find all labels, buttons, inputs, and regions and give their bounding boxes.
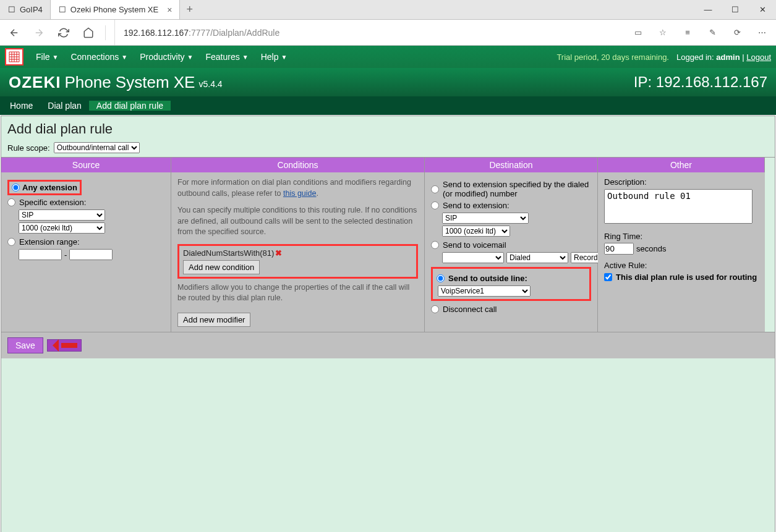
add-condition-button[interactable]: Add new condition xyxy=(183,260,260,274)
condition-highlight: DialedNumStartsWith(81)✖ Add new conditi… xyxy=(177,244,418,279)
ip-address: IP: 192.168.112.167 xyxy=(634,74,767,91)
menu-connections[interactable]: Connections▼ xyxy=(64,52,134,62)
specific-extension-label[interactable]: Specific extension: xyxy=(19,198,86,207)
dest-opt4-label[interactable]: Send to outside line: xyxy=(448,274,527,283)
dest-ext-select[interactable]: 1000 (ozeki ltd) xyxy=(442,226,510,237)
address-bar[interactable]: 192.168.112.167:7777/Dialplan/AddRule xyxy=(114,20,621,45)
new-tab-button[interactable]: + xyxy=(180,3,199,16)
caret-icon: ▼ xyxy=(187,54,194,61)
minimize-button[interactable]: — xyxy=(694,0,722,20)
breadcrumb: Home Dial plan Add dial plan rule xyxy=(0,96,776,115)
tab-label: GoIP4 xyxy=(20,5,43,14)
guide-link[interactable]: this guide xyxy=(283,189,317,198)
addr-path: /Dialplan/AddRule xyxy=(210,28,279,38)
scope-select[interactable]: Outbound/internal call xyxy=(54,142,140,153)
radio-any-extension[interactable] xyxy=(12,184,20,192)
page-footer-space xyxy=(1,358,775,533)
dest-opt1-label[interactable]: Send to extension specified by the diale… xyxy=(443,180,591,198)
radio-dest-dialed[interactable] xyxy=(431,185,439,193)
range-dash: - xyxy=(64,250,67,260)
description-input[interactable] xyxy=(604,189,753,224)
conditions-info3: Modifiers allow you to change the proper… xyxy=(177,282,418,304)
source-ext-select[interactable]: 1000 (ozeki ltd) xyxy=(19,222,105,234)
brand-ozeki: OZEKI xyxy=(9,73,61,92)
source-sip-select[interactable]: SIP xyxy=(19,209,105,221)
arrow-annotation xyxy=(47,339,82,352)
ring-time-input[interactable] xyxy=(604,243,634,255)
dest-opt3-row: Send to voicemail xyxy=(431,240,591,250)
voicemail-dialed-select[interactable]: Dialed xyxy=(506,252,568,263)
any-extension-label[interactable]: Any extension xyxy=(22,183,77,192)
dest-highlight: Send to outside line: VoipService1 xyxy=(431,267,591,301)
ring-time-label: Ring Time: xyxy=(604,232,759,241)
login-info: Logged in: admin | Logout xyxy=(676,53,771,62)
close-window-button[interactable]: ✕ xyxy=(749,0,776,20)
source-any-row: Any extension xyxy=(7,180,164,195)
crumb-dialplan[interactable]: Dial plan xyxy=(40,101,88,111)
more-icon[interactable]: ⋯ xyxy=(754,25,770,41)
radio-dest-disconnect[interactable] xyxy=(431,305,439,313)
radio-extension-range[interactable] xyxy=(7,238,15,246)
page-icon: ☐ xyxy=(58,6,67,14)
save-button[interactable]: Save xyxy=(7,337,43,353)
add-modifier-button[interactable]: Add new modifier xyxy=(177,313,250,327)
close-icon[interactable]: × xyxy=(167,5,172,15)
dest-opt2-label[interactable]: Send to extension: xyxy=(443,201,510,210)
app-title-bar: OZEKI Phone System XE v5.4.4 IP: 192.168… xyxy=(0,68,776,96)
radio-dest-voicemail[interactable] xyxy=(431,241,439,249)
caret-icon: ▼ xyxy=(121,54,127,61)
menu-productivity[interactable]: Productivity▼ xyxy=(134,52,199,62)
hub-icon[interactable]: ≡ xyxy=(680,25,696,41)
active-rule-text[interactable]: This dial plan rule is used for routing xyxy=(616,272,757,282)
col-source: Any extension Specific extension: SIP 10… xyxy=(1,172,171,332)
voicemail-select1[interactable] xyxy=(442,252,504,263)
home-button[interactable] xyxy=(80,25,96,41)
favorite-icon[interactable]: ☆ xyxy=(655,25,671,41)
reading-icon[interactable]: ▭ xyxy=(630,25,646,41)
col-header-destination: Destination xyxy=(425,158,598,172)
source-specific-row: Specific extension: xyxy=(7,198,164,207)
addr-port: :7777 xyxy=(189,28,210,38)
browser-nav-bar: 192.168.112.167:7777/Dialplan/AddRule ▭ … xyxy=(0,20,776,46)
menu-features[interactable]: Features▼ xyxy=(199,52,254,62)
range-from-input[interactable] xyxy=(19,249,62,260)
conditions-info1: For more information on dial plan condit… xyxy=(177,177,418,199)
extension-range-label[interactable]: Extension range: xyxy=(19,237,80,247)
active-rule-checkbox[interactable] xyxy=(604,272,612,282)
logo-icon[interactable] xyxy=(5,48,23,65)
crumb-addrule[interactable]: Add dial plan rule xyxy=(89,101,171,111)
condition-tag: DialedNumStartsWith(81)✖ xyxy=(183,248,412,258)
config-grid: Source Conditions Destination Other Any … xyxy=(1,157,775,332)
save-row: Save xyxy=(1,332,775,358)
refresh-button[interactable] xyxy=(56,25,72,41)
description-label: Description: xyxy=(604,177,759,187)
dest-opt3-label[interactable]: Send to voicemail xyxy=(443,240,506,250)
notes-icon[interactable]: ✎ xyxy=(704,25,720,41)
radio-dest-outside[interactable] xyxy=(437,274,445,282)
maximize-button[interactable]: ☐ xyxy=(722,0,749,20)
browser-tab-strip: ☐ GoIP4 ☐ Ozeki Phone System XE × + — ☐ … xyxy=(0,0,776,20)
tab-goip4[interactable]: ☐ GoIP4 xyxy=(0,0,51,19)
dest-opt2-row: Send to extension: xyxy=(431,201,591,210)
col-header-conditions: Conditions xyxy=(171,158,425,172)
menu-file[interactable]: File▼ xyxy=(30,52,64,62)
outside-line-select[interactable]: VoipService1 xyxy=(438,285,531,297)
radio-specific-extension[interactable] xyxy=(7,198,15,206)
tab-ozeki[interactable]: ☐ Ozeki Phone System XE × xyxy=(51,0,181,19)
caret-icon: ▼ xyxy=(281,54,287,61)
dest-opt5-label[interactable]: Disconnect call xyxy=(443,305,497,314)
menu-help[interactable]: Help▼ xyxy=(255,52,294,62)
back-button[interactable] xyxy=(6,25,22,41)
dest-opt1-row: Send to extension specified by the diale… xyxy=(431,180,591,198)
active-rule-label: Active Rule: xyxy=(604,261,759,270)
logout-link[interactable]: Logout xyxy=(746,53,771,62)
radio-dest-extension[interactable] xyxy=(431,201,439,209)
col-conditions: For more information on dial plan condit… xyxy=(171,172,425,332)
seconds-label: seconds xyxy=(636,244,666,253)
dest-sip-select[interactable]: SIP xyxy=(442,213,529,224)
remove-condition-icon[interactable]: ✖ xyxy=(275,248,282,258)
range-to-input[interactable] xyxy=(69,249,113,260)
crumb-home[interactable]: Home xyxy=(2,101,40,111)
share-icon[interactable]: ⟳ xyxy=(729,25,745,41)
forward-button[interactable] xyxy=(31,25,47,41)
